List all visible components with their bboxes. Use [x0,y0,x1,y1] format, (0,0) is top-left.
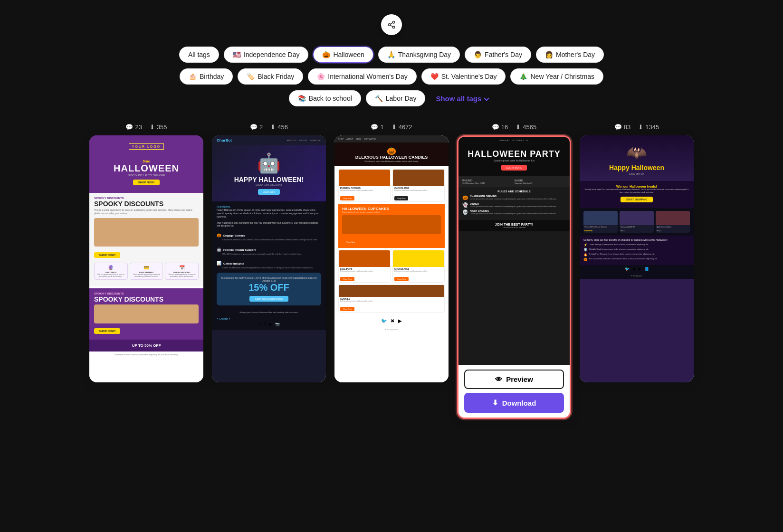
t2-footer-logo: ✦ ChurBot ✦ [217,317,321,320]
t4-learn-btn[interactable]: LEARN MORE [501,165,526,171]
tag-black-friday[interactable]: 🏷️Black Friday [238,68,303,85]
card-5[interactable]: 🦇 Happy Halloween Enjoy 25% Off Win our … [580,135,694,382]
t1-shop-now-body[interactable]: SHOP NOW! [94,252,120,258]
tag-label: Thanksgiving Day [398,51,451,58]
t5-footer: ✦ Sendgrapher [580,273,694,279]
tag-label: Halloween [333,51,364,58]
tag-independence-day[interactable]: 🇺🇸Independence Day [224,47,309,63]
t3-nav: SHOPABOUTBLOGCONTACT US [338,138,376,140]
t3-shop-btn-3[interactable]: Shop Now [394,277,409,281]
t1-img [94,218,199,247]
t4-where-when: WHERE? 123 Ghostway, Mrs. 12345 WHEN? Sa… [458,176,570,187]
t4-sub: Spooky ghosts unite for Halloween fun [462,159,566,162]
t2-header: ChurBot ABOUT USPRICINGDOWNLOAD [212,135,326,145]
card-4-selected[interactable]: SUNDAY, OCTOBER 31 HALLOWEEN PARTY Spook… [457,135,571,419]
share-button[interactable] [381,14,402,35]
t3-hero-sub: Click here to order tasty Halloween cand… [338,160,445,162]
t1-footer-tag: SPOOKY DISCOUNTS [94,292,199,295]
tags-row-1: All tags🇺🇸Independence Day🎃Halloween🙏Tha… [179,47,604,63]
card-3[interactable]: SHOPABOUTBLOGCONTACT US 🎃 DELICIOUS HALL… [334,135,449,382]
card-wrapper-2: 💬 2 ⬇ 456 ChurBot ABOUT USPRICINGDOWNLOA… [212,124,326,382]
tag-emoji: 🎄 [519,73,527,80]
t2-footer: Wishing you a fun and Halloween-filled w… [217,309,321,315]
svg-line-4 [390,23,392,24]
card-1[interactable]: YOUR LOGO Sale HALLOWEEN DISCOUNT UP TO … [89,135,203,382]
tag-all-tags[interactable]: All tags [179,47,219,63]
tag-emoji: ❤️ [430,73,439,80]
tag-label: Father's Day [485,51,522,58]
t4-rule-2: 👻 DINNERLorem ipsum dolor sit amet, cons… [462,202,566,208]
t3-featured: HALLOWEEN CUPCAKES Delicious handmade va… [338,204,445,248]
tag-label: Black Friday [258,73,294,80]
tag-fathers-day[interactable]: 👨Father's Day [465,47,531,63]
card-2[interactable]: ChurBot ABOUT USPRICINGDOWNLOAD 🤖 HAPPY … [212,135,326,382]
preview-label: Preview [506,375,533,383]
tag-birthday[interactable]: 🎂Birthday [180,68,233,85]
preview-button[interactable]: 👁 Preview [464,370,564,389]
t2-section-1: 🎃Engage Visitors Capture the attention o… [217,230,321,241]
t4-card-actions: 👁 Preview ⬇ Download [458,365,570,418]
card-2-comments: 💬 2 [250,124,263,131]
tags-row-3: 📚Back to school🔨Labor Day Show all tags [289,90,495,106]
t2-offer-btn[interactable]: Claim Your Discount Now! [249,296,288,302]
card-wrapper-1: 💬 23 ⬇ 355 YOUR LOGO Sale HALLOWEEN DISC… [89,124,203,382]
tag-labor-day[interactable]: 🔨Labor Day [366,90,426,106]
tag-emoji: 🙏 [387,51,395,58]
tag-st-valentines-day[interactable]: ❤️St. Valentine's Day [421,68,506,85]
download-button[interactable]: ⬇ Download [464,393,564,413]
t1-shop-now-hero[interactable]: SHOP NOW! [133,180,159,185]
t4-rules: RULES AND SCHEDULE 🎃 CHAMPAGNE SERVINGLo… [458,187,570,220]
t1-shop-now-footer[interactable]: SHOP NOW! [94,328,120,334]
t1-main-title: HALLOWEEN [95,163,198,173]
t3-shop-btn-1[interactable]: Shop Now [340,196,354,200]
t1-logo: YOUR LOGO [129,143,164,150]
t2-body: Dear [Name], Happy Halloween! At this se… [212,201,326,330]
t5-shop-btn[interactable]: START SHOPPING [621,197,653,202]
t2-offer-box: To celebrate this festive season, we're … [217,273,321,305]
t1-icon-3: 📅 ONLINE BOOKING This is a great opportu… [165,263,199,280]
t5-product-2: Samsung QLED 8K SOLD [620,211,654,233]
tag-label: Independence Day [244,51,300,58]
t2-hero-title: HAPPY HALLOWEEN! [217,176,321,183]
t3-shop-btn-2[interactable]: Shop Now [340,277,354,281]
t4-rule-1: 🎃 CHAMPAGNE SERVINGLorem ipsum dolor sit… [462,195,566,200]
t1-footer-title: SPOOKY DISCOUNTS [94,296,199,303]
tag-label: Mother's Day [556,51,595,58]
card-1-downloads: ⬇ 355 [150,124,167,131]
t3-item-5: COOKIES Delicious handmade vanilla cupca… [338,285,445,313]
t2-nav: ABOUT USPRICINGDOWNLOAD [286,139,321,142]
card-stats-3: 💬 1 ⬇ 4672 [371,124,412,131]
tag-label: New Year / Christmas [530,73,594,80]
card-wrapper-5: 💬 83 ⬇ 1345 🦇 Happy Halloween Enjoy 25% … [580,124,694,382]
card-2-downloads: ⬇ 456 [270,124,288,131]
t1-footer-img [94,304,199,323]
card-5-downloads: ⬇ 1345 [638,124,659,131]
t1-body-text: This is a great opportunity to save on p… [94,209,199,215]
tag-label: Birthday [200,73,224,80]
tag-halloween[interactable]: 🎃Halloween [313,47,373,63]
t1-section-tag: SPOOKY DISCOUNTS [94,197,199,200]
card-stats-4: 💬 16 ⬇ 4565 [492,124,536,131]
tag-mothers-day[interactable]: 👩Mother's Day [536,47,604,63]
t2-learn-more[interactable]: Learn More [258,189,280,195]
card-wrapper-4: 💬 16 ⬇ 4565 SUNDAY, OCTOBER 31 HALLOWEEN… [457,124,571,419]
tag-emoji: 🔨 [375,95,383,102]
tag-international-womens-day[interactable]: 🌸International Women's Day [308,68,416,85]
t5-hero: 🦇 Happy Halloween Enjoy 25% Off [580,135,694,181]
card-4-comments: 💬 16 [492,124,508,131]
t5-product-3: Apple Series Ultra 2 SOLD [656,211,690,233]
t3-shop-btn-featured[interactable]: Shop Now [344,240,358,244]
t4-join: JOIN THE BEST PARTY! Lorem ipsum dolor s… [458,220,570,231]
t5-products: iPhone 16 Pro Desert Titanium BUY NOW Sa… [580,208,694,236]
tag-emoji: 🌸 [317,73,325,80]
t4-title: HALLOWEEN PARTY [462,150,566,158]
tag-new-year--christmas[interactable]: 🎄New Year / Christmas [510,68,603,85]
t3-items: PUMPKIN COOKIES Delicious handmade vanil… [334,166,449,315]
t3-stop-btn-1[interactable]: Stop Now [394,196,408,200]
t3-shop-btn-4[interactable]: Shop Now [340,307,354,311]
show-all-tags-button[interactable]: Show all tags [430,90,494,106]
card-3-downloads: ⬇ 4672 [392,124,412,131]
t2-section-3: 📊Gather Insights Collect valuable data o… [217,258,321,269]
tag-thanksgiving-day[interactable]: 🙏Thanksgiving Day [378,47,460,63]
tag-back-to-school[interactable]: 📚Back to school [289,90,361,106]
